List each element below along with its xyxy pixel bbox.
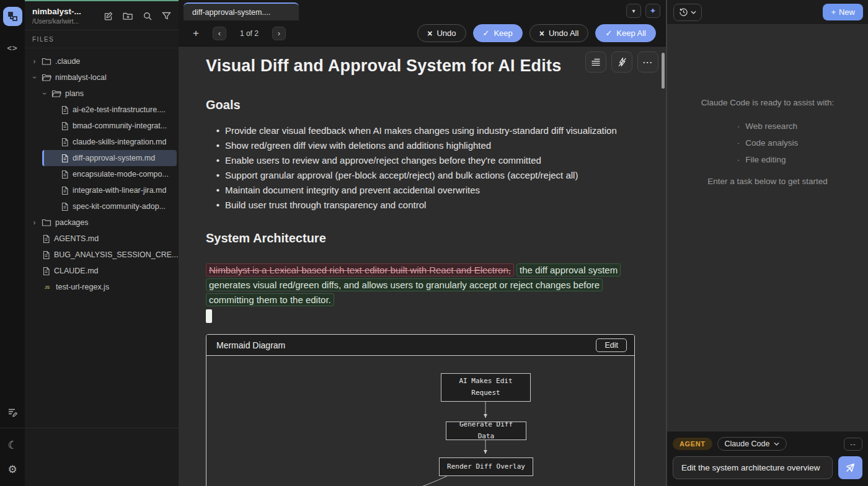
js-file-icon: JS <box>42 285 52 289</box>
tree-folder-packages[interactable]: › packages <box>25 214 179 231</box>
diagram-node: Render Diff Overlay <box>439 457 533 476</box>
file-icon <box>61 170 69 179</box>
dark-mode-toggle-icon[interactable]: ☾ <box>7 439 17 452</box>
notes-edit-icon[interactable] <box>7 407 18 418</box>
tree-file[interactable]: bmad-community-integrat... <box>42 118 177 134</box>
chevron-right-icon[interactable]: › <box>31 58 38 65</box>
file-icon <box>42 267 50 276</box>
goal-item: Support granular approval (per-block acc… <box>206 168 639 183</box>
new-session-button[interactable]: +New <box>823 4 863 20</box>
prev-change-button[interactable]: ‹ <box>213 27 226 40</box>
tab-bar: diff-approval-system.... ▾ ✦ <box>179 0 666 20</box>
history-icon <box>679 7 688 17</box>
panel-options-button[interactable]: -- <box>844 438 862 451</box>
sidebar-footer-divider <box>0 428 179 428</box>
tree-file[interactable]: BUG_ANALYSIS_SESSION_CRE... <box>25 247 179 263</box>
assistant-hint: Enter a task below to get started <box>667 177 868 186</box>
capability-item: Web research <box>737 118 798 135</box>
tab-diff-approval-system[interactable]: diff-approval-system.... <box>184 2 299 20</box>
file-sidebar: nimbalyst-... /Users/karlwirt... FILES ›… <box>25 0 179 486</box>
file-tree: › .claude › nimbalyst-local › plans ai-e… <box>25 48 179 295</box>
workspace-name[interactable]: nimbalyst-... <box>32 7 104 16</box>
new-folder-icon[interactable] <box>123 11 133 21</box>
search-icon[interactable] <box>143 11 153 21</box>
assistant-panel: +New Claude Code is ready to assist with… <box>667 0 868 486</box>
folder-open-icon <box>42 73 51 82</box>
editor-scrollbar[interactable] <box>662 53 665 89</box>
agent-selector[interactable]: Claude Code <box>717 437 787 451</box>
check-icon: ✓ <box>605 29 612 38</box>
tree-folder-claude[interactable]: › .claude <box>25 53 179 69</box>
new-tab-button[interactable]: + <box>193 27 199 40</box>
text-cursor <box>206 309 212 323</box>
cross-icon: × <box>539 29 544 38</box>
keep-button[interactable]: ✓Keep <box>473 24 523 42</box>
architecture-heading: System Architecture <box>206 231 639 245</box>
more-options-button[interactable]: ··· <box>637 51 658 73</box>
agent-badge: AGENT <box>673 438 712 450</box>
undo-all-button[interactable]: ×Undo All <box>529 24 589 42</box>
document-canvas[interactable]: Visual Diff and Approval System for AI E… <box>179 46 666 486</box>
diagram-edges <box>206 356 635 486</box>
undo-button[interactable]: ×Undo <box>417 24 466 42</box>
workspace-header: nimbalyst-... /Users/karlwirt... <box>25 1 179 30</box>
goals-heading: Goals <box>206 98 639 112</box>
diff-review-toolbar: + ‹ 1 of 2 › ×Undo ✓Keep ×Undo All ✓Keep… <box>179 20 666 46</box>
chevron-down-icon <box>774 442 779 446</box>
file-icon <box>61 122 69 131</box>
mermaid-label: Mermaid Diagram <box>216 340 285 350</box>
tree-folder-plans[interactable]: › plans <box>25 86 179 102</box>
tree-file[interactable]: AGENTS.md <box>25 231 179 247</box>
tree-file[interactable]: integrate-with-linear-jira.md <box>42 182 177 198</box>
tree-file[interactable]: claude-skills-integration.md <box>42 134 177 150</box>
next-change-button[interactable]: › <box>272 27 286 40</box>
chevron-down-icon[interactable]: › <box>41 91 48 97</box>
send-button[interactable] <box>838 456 862 479</box>
capability-item: Code analysis <box>737 135 798 151</box>
mermaid-diagram: AI Makes Edit Request Generate Diff Data… <box>206 356 634 486</box>
mermaid-edit-button[interactable]: Edit <box>596 338 627 352</box>
document-title: Visual Diff and Approval System for AI E… <box>206 56 639 76</box>
mermaid-block: Mermaid Diagram Edit <box>206 334 635 486</box>
goals-list: Provide clear visual feedback when AI ma… <box>206 123 639 213</box>
goal-item: Provide clear visual feedback when AI ma… <box>206 123 639 138</box>
assistant-toolbar: +New <box>667 0 868 25</box>
ai-sparkle-button[interactable]: ✦ <box>645 4 660 18</box>
file-icon <box>61 186 69 195</box>
tree-file[interactable]: spec-kit-community-adop... <box>42 198 177 214</box>
diff-paragraph[interactable]: Nimbalyst is a Lexical-based rich text e… <box>206 263 637 307</box>
capability-list: Web research Code analysis File editing <box>737 118 798 168</box>
chevron-down-icon[interactable]: › <box>31 74 38 81</box>
task-input[interactable] <box>673 456 833 479</box>
file-icon <box>42 234 50 244</box>
tree-file[interactable]: CLAUDE.md <box>25 263 179 279</box>
settings-icon[interactable]: ⚙ <box>7 463 17 476</box>
tree-folder-nimbalyst-local[interactable]: › nimbalyst-local <box>25 69 179 86</box>
tree-file[interactable]: encapsulate-mode-compo... <box>42 166 177 182</box>
tree-file[interactable]: ai-e2e-test-infrastructure.... <box>42 102 177 118</box>
change-counter: 1 of 2 <box>240 29 259 38</box>
zap-button[interactable] <box>611 51 632 73</box>
diff-deletion[interactable]: Nimbalyst is a Lexical-based rich text e… <box>206 263 514 276</box>
outline-button[interactable] <box>585 51 606 73</box>
diagram-node: AI Makes Edit Request <box>441 373 531 402</box>
code-view-icon[interactable]: <> <box>7 43 17 53</box>
chevron-right-icon[interactable]: › <box>31 219 38 226</box>
left-icon-rail: <> ☾ ⚙ <box>0 0 25 486</box>
app-logo-icon[interactable] <box>3 7 22 26</box>
history-button[interactable] <box>673 4 702 21</box>
file-icon <box>61 138 69 147</box>
assistant-ready-text: Claude Code is ready to assist with: <box>667 98 868 107</box>
keep-all-button[interactable]: ✓Keep All <box>595 24 656 42</box>
paper-plane-icon <box>845 462 856 473</box>
filter-icon[interactable] <box>162 11 171 20</box>
tree-file-selected[interactable]: diff-approval-system.md <box>42 150 177 166</box>
tree-file-js[interactable]: JS test-url-regex.js <box>25 279 179 295</box>
new-file-icon[interactable] <box>104 11 113 21</box>
file-icon <box>42 250 50 260</box>
assistant-welcome: Claude Code is ready to assist with: Web… <box>667 25 868 431</box>
capability-item: File editing <box>737 151 798 168</box>
folder-open-icon <box>51 89 61 98</box>
editor-area: diff-approval-system.... ▾ ✦ + ‹ 1 of 2 … <box>179 0 667 486</box>
dropdown-caret-button[interactable]: ▾ <box>626 4 641 18</box>
